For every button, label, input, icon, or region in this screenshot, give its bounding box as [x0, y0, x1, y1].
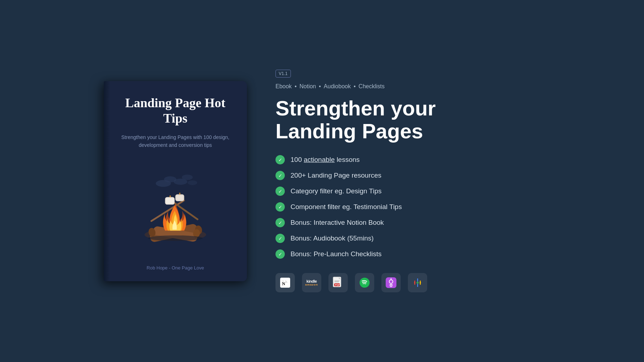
feature-text-3: Category filter eg. Design Tips [291, 187, 382, 195]
feature-item-4: ✓ Component filter eg. Testimonial Tips [275, 202, 540, 212]
main-container: Landing Page Hot Tips Strengthen your La… [89, 70, 555, 293]
svg-text:PDF: PDF [335, 284, 340, 286]
svg-point-12 [179, 193, 181, 195]
platform-icons: N kindleamazon PDF [275, 273, 540, 292]
tags-row: Ebook • Notion • Audiobook • Checklists [275, 83, 540, 90]
svg-point-38 [416, 282, 419, 284]
feature-text-6: Bonus: Audiobook (55mins) [291, 234, 374, 242]
pdf-icon[interactable]: PDF [328, 273, 348, 292]
feature-text-2: 200+ Landing Page resources [291, 172, 381, 179]
feature-item-7: ✓ Bonus: Pre-Launch Checklists [275, 249, 540, 259]
actionable-text: actionable [304, 156, 335, 163]
kindle-label: kindleamazon [305, 279, 318, 287]
feature-item-3: ✓ Category filter eg. Design Tips [275, 187, 540, 196]
notion-icon[interactable]: N [275, 273, 295, 292]
tag-audiobook: Audiobook [324, 83, 351, 90]
check-icon-2: ✓ [275, 171, 285, 180]
feature-text-4: Component filter eg. Testimonial Tips [291, 203, 402, 211]
feature-list: ✓ 100 actionable lessons ✓ 200+ Landing … [275, 155, 540, 259]
feature-item-6: ✓ Bonus: Audiobook (55mins) [275, 234, 540, 243]
apple-podcasts-icon[interactable] [381, 273, 401, 292]
main-title: Strengthen your Landing Pages [275, 97, 540, 143]
amazon-label: amazon [305, 283, 318, 287]
main-title-line1: Strengthen your [275, 96, 436, 120]
svg-point-3 [182, 174, 193, 180]
dot-2: • [319, 83, 321, 90]
tag-ebook: Ebook [275, 83, 292, 90]
version-badge: V1.1 [275, 70, 291, 78]
feature-text-7: Bonus: Pre-Launch Checklists [291, 250, 382, 258]
book-cover: Landing Page Hot Tips Strengthen your La… [104, 81, 247, 281]
tag-checklists: Checklists [358, 83, 385, 90]
svg-text:N: N [282, 281, 286, 286]
check-icon-3: ✓ [275, 187, 285, 196]
svg-point-39 [414, 282, 415, 283]
check-icon-7: ✓ [275, 249, 285, 259]
main-title-line2: Landing Pages [275, 119, 423, 143]
svg-rect-8 [166, 198, 174, 203]
svg-point-29 [360, 278, 370, 288]
feature-text-1: 100 actionable lessons [291, 156, 360, 164]
feature-item-5: ✓ Bonus: Interactive Notion Book [275, 218, 540, 227]
content-panel: V1.1 Ebook • Notion • Audiobook • Checkl… [275, 70, 540, 293]
svg-rect-10 [176, 195, 183, 200]
check-icon-6: ✓ [275, 234, 285, 243]
feature-item-2: ✓ 200+ Landing Page resources [275, 171, 540, 180]
spotify-icon[interactable] [355, 273, 374, 292]
svg-point-40 [420, 282, 421, 283]
svg-rect-34 [417, 278, 418, 282]
book-title: Landing Page Hot Tips [114, 95, 236, 126]
check-icon-4: ✓ [275, 202, 285, 212]
svg-point-19 [148, 235, 203, 240]
check-icon-5: ✓ [275, 218, 285, 227]
dot-1: • [294, 83, 297, 90]
svg-point-4 [187, 180, 197, 185]
book-author: Rob Hope - One Page Love [147, 265, 204, 271]
feature-text-5: Bonus: Interactive Notion Book [291, 219, 384, 227]
feature-item-1: ✓ 100 actionable lessons [275, 155, 540, 164]
check-icon-1: ✓ [275, 155, 285, 164]
svg-point-11 [170, 195, 171, 197]
dot-3: • [353, 83, 356, 90]
book-subtitle: Strengthen your Landing Pages with 100 d… [114, 133, 236, 149]
google-podcasts-icon[interactable] [408, 273, 427, 292]
kindle-icon[interactable]: kindleamazon [302, 273, 321, 292]
tag-notion: Notion [299, 83, 316, 90]
book-illustration [114, 157, 236, 262]
svg-rect-35 [417, 284, 418, 287]
